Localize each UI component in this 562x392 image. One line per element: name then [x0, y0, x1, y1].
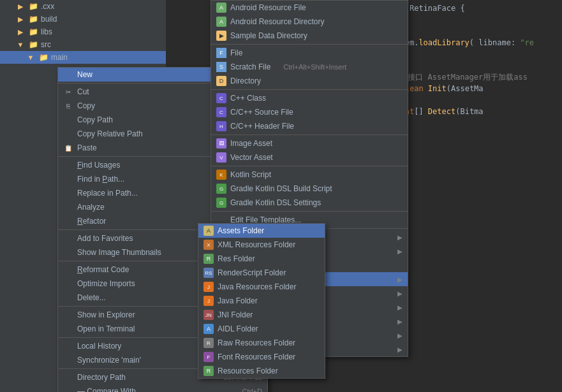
submenu-gradle-settings[interactable]: G Gradle Kotlin DSL Settings: [211, 196, 408, 210]
paste-icon: 📋: [63, 143, 73, 153]
copy-rel-icon: [63, 129, 73, 139]
jni-folder-icon: JN: [203, 310, 214, 320]
menu-item-label: Show Image Thumbnails: [77, 248, 212, 257]
folder-icon: ▼: [26, 52, 36, 62]
submenu-item-label: Gradle Kotlin DSL Settings: [230, 198, 321, 207]
folder-assets[interactable]: A Assets Folder: [198, 224, 325, 238]
folder-icon: ▶: [15, 1, 26, 11]
folder-color-icon: 📁: [28, 27, 38, 37]
java-folder-icon: J: [203, 296, 214, 306]
submenu-sample-data-dir[interactable]: ▶ Sample Data Directory: [211, 29, 408, 43]
tree-item-src[interactable]: ▼ 📁 src: [0, 38, 166, 51]
menu-item-label: Reformat Code: [77, 265, 218, 274]
thumbnails-icon: [63, 247, 73, 258]
submenu-item-label: File: [230, 48, 242, 57]
folder-res[interactable]: R Res Folder: [198, 252, 325, 266]
raw-folder-icon: R: [203, 338, 214, 348]
submenu-cpp-source[interactable]: C C/C++ Source File: [211, 105, 408, 119]
folder-item-label: Java Folder: [218, 296, 258, 305]
submenu-item-label: C/C++ Source File: [230, 108, 293, 117]
arrow-icon: ▶: [397, 248, 403, 255]
tree-label: main: [51, 53, 68, 62]
tree-label: build: [41, 15, 57, 24]
submenu-folder-menu: A Assets Folder X XML Resources Folder R…: [198, 223, 325, 379]
android-icon: A: [216, 17, 226, 27]
copy-path-icon: [63, 115, 73, 125]
explorer-icon: [63, 310, 73, 320]
folder-xml-resources[interactable]: X XML Resources Folder: [198, 238, 325, 252]
folder-item-label: Font Resources Folder: [218, 352, 295, 361]
delete-icon: [63, 293, 73, 303]
folder-java-resources[interactable]: J Java Resources Folder: [198, 280, 325, 294]
submenu-android-resource-dir[interactable]: A Android Resource Directory: [211, 15, 408, 29]
tree-item-libs[interactable]: ▶ 📁 libs: [0, 25, 166, 38]
cpp-icon: C: [216, 93, 226, 103]
folder-color-icon: 📁: [28, 1, 38, 11]
submenu-scratch-file[interactable]: S Scratch File Ctrl+Alt+Shift+Insert: [211, 60, 408, 74]
folder-jni[interactable]: JN JNI Folder: [198, 308, 325, 322]
submenu-item-label: Sample Data Directory: [230, 31, 307, 40]
shortcut: Ctrl+Alt+Shift+Insert: [283, 63, 346, 71]
folder-item-label: Assets Folder: [218, 226, 264, 235]
folder-java[interactable]: J Java Folder: [198, 294, 325, 308]
folder-icon: ▶: [15, 14, 26, 24]
folder-resources[interactable]: R Resources Folder: [198, 364, 325, 378]
folder-color-icon: 📁: [28, 40, 38, 50]
xml-folder-icon: X: [203, 240, 214, 250]
menu-separator: [211, 44, 408, 45]
submenu-image-asset[interactable]: 🖼 Image Asset: [211, 136, 408, 150]
folder-icon: ▶: [216, 31, 226, 41]
submenu-cpp-header[interactable]: H C/C++ Header File: [211, 119, 408, 133]
folder-icon: ▼: [15, 40, 26, 50]
favorites-icon: [63, 233, 73, 243]
arrow-icon: ▶: [397, 290, 403, 297]
menu-separator: [211, 211, 408, 212]
submenu-gradle-build[interactable]: G Gradle Kotlin DSL Build Script: [211, 182, 408, 196]
refactor-icon: [63, 216, 73, 226]
scratch-icon: S: [216, 62, 226, 72]
menu-item-label: Paste: [77, 143, 230, 152]
submenu-item-label: Image Asset: [230, 139, 272, 148]
tree-item-main[interactable]: ▼ 📁 main: [0, 51, 166, 64]
submenu-item-label: Android Resource Directory: [230, 17, 324, 26]
submenu-kotlin-script[interactable]: K Kotlin Script: [211, 168, 408, 182]
tree-label: src: [41, 40, 51, 49]
folder-renderscript[interactable]: RS RenderScript Folder: [198, 266, 325, 280]
submenu-item-label: Directory: [230, 76, 261, 85]
tree-item-cxx[interactable]: ▶ 📁 .cxx: [0, 0, 166, 13]
submenu-item-label: C/C++ Header File: [230, 122, 294, 131]
submenu-item-label: Kotlin Script: [230, 170, 271, 179]
tree-item-build[interactable]: ▶ 📁 build: [0, 13, 166, 25]
aidl-folder-icon: A: [203, 324, 214, 334]
folder-font-resources[interactable]: F Font Resources Folder: [198, 350, 325, 364]
rs-folder-icon: RS: [203, 268, 214, 278]
folder-item-label: JNI Folder: [218, 310, 253, 319]
android-icon: A: [216, 3, 226, 13]
folder-aidl[interactable]: A AIDL Folder: [198, 322, 325, 336]
menu-item-label: Cut: [77, 87, 230, 96]
folder-item-label: XML Resources Folder: [218, 240, 295, 249]
reformat-icon: [63, 265, 73, 275]
submenu-vector-asset[interactable]: V Vector Asset: [211, 150, 408, 164]
folder-item-label: Resources Folder: [218, 367, 278, 375]
menu-separator: [211, 134, 408, 135]
cpp-header-icon: H: [216, 121, 226, 131]
menu-item-compare[interactable]: — Compare With... Ctrl+D: [58, 384, 267, 392]
submenu-cpp-class[interactable]: C C++ Class: [211, 91, 408, 105]
dir-icon: D: [216, 76, 226, 86]
menu-item-label: Copy Path: [77, 115, 211, 124]
folder-item-label: Raw Resources Folder: [218, 338, 295, 347]
copy-icon: ⎘: [63, 101, 73, 111]
arrow-icon: ▶: [397, 234, 403, 241]
arrow-icon: ▶: [397, 318, 403, 325]
submenu-item-label: C++ Class: [230, 94, 266, 103]
font-folder-icon: F: [203, 352, 214, 362]
replace-icon: [63, 188, 73, 198]
gradle-settings-icon: G: [216, 198, 226, 208]
menu-item-label: Find in Path...: [77, 175, 212, 184]
folder-raw-resources[interactable]: R Raw Resources Folder: [198, 336, 325, 350]
cut-icon: ✂: [63, 87, 73, 97]
submenu-file[interactable]: F File: [211, 46, 408, 60]
submenu-android-resource-file[interactable]: A Android Resource File: [211, 1, 408, 15]
submenu-directory[interactable]: D Directory: [211, 74, 408, 88]
